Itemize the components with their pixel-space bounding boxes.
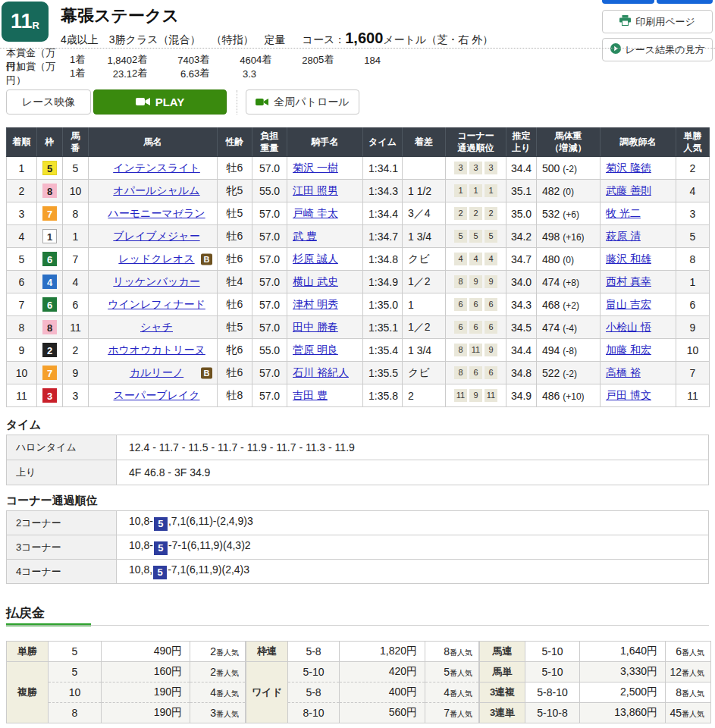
horse-name-link[interactable]: オパールシャルム	[113, 184, 199, 196]
corner-position: 4	[454, 253, 467, 265]
prize-value: 3.3	[217, 68, 256, 80]
payout-favorite-rank: 2番人気	[190, 642, 246, 662]
jockey-name-link[interactable]: 石川 裕紀人	[293, 366, 349, 378]
jockey-cell: 武 豊	[287, 225, 363, 248]
payout-favorite-rank: 2番人気	[190, 662, 246, 682]
corner-position: 6	[485, 366, 497, 379]
horse-name-link[interactable]: シャチ	[140, 321, 173, 333]
horse-name-link[interactable]: ハーモニーマゼラン	[108, 207, 205, 219]
horse-name-link[interactable]: ホウオウカトリーヌ	[108, 344, 205, 356]
horse-name-link[interactable]: ウインレフィナード	[108, 298, 205, 310]
jockey-name-link[interactable]: 横山 武史	[293, 275, 338, 287]
corner-order-value: 10,8,5-7,1(6,11,9)(2,4)3	[117, 560, 709, 584]
winner-highlight: 5	[154, 517, 168, 531]
payout-combination: 5-10	[525, 642, 580, 662]
carried-weight: 57.0	[252, 316, 287, 339]
trainer-name-link[interactable]: 畠山 吉宏	[606, 298, 651, 310]
corner-position: 6	[485, 298, 497, 311]
trainer-name-link[interactable]: 加藤 和宏	[606, 344, 651, 356]
horse-name-link[interactable]: スーパーブレイク	[114, 389, 200, 401]
top-nav-button-partial-1[interactable]	[602, 0, 654, 4]
prize-value: 1,840	[93, 55, 132, 66]
win-favorite-rank: 8	[676, 248, 710, 271]
carried-weight: 57.0	[252, 362, 287, 384]
sex-age: 牡5	[218, 316, 252, 339]
last-3f-time: 34.9	[506, 384, 537, 407]
finish-position: 10	[7, 362, 37, 384]
body-weight-diff: (+10)	[563, 391, 584, 402]
race-video-label: レース映像	[22, 96, 76, 109]
horse-name-link[interactable]: レッドクレオス	[118, 253, 194, 265]
play-button[interactable]: PLAY	[93, 89, 227, 115]
prize-row-label: 付加賞（万円）	[6, 60, 70, 87]
favorite-suffix: 番人気	[682, 648, 704, 657]
margin: 1／2	[403, 316, 446, 339]
corner-position: 5	[485, 230, 497, 243]
horse-name-link[interactable]: カルリーノ	[130, 366, 183, 378]
top-nav-button-partial-2[interactable]	[657, 0, 713, 4]
trainer-name-link[interactable]: 藤沢 和雄	[606, 253, 651, 265]
corner-order-value: 10,8-5-7-1(6,11,9)(4,3)2	[117, 535, 709, 560]
jockey-name-link[interactable]: 武 豊	[293, 230, 317, 242]
horse-name-link[interactable]: ブレイブメジャー	[113, 230, 199, 242]
trainer-name-link[interactable]: 戸田 博文	[606, 389, 651, 401]
jockey-name-link[interactable]: 田中 勝春	[293, 321, 338, 333]
jockey-name-link[interactable]: 吉田 豊	[293, 389, 328, 401]
frame-number-badge: 7	[42, 366, 57, 380]
frame-cell: 4	[37, 271, 63, 293]
trainer-cell: 武藤 善則	[601, 180, 676, 202]
trainer-name-link[interactable]: 西村 真幸	[606, 275, 651, 287]
jockey-name-link[interactable]: 菅原 明良	[293, 344, 338, 356]
print-page-button[interactable]: 印刷用ページ	[602, 10, 713, 33]
trainer-name-link[interactable]: 牧 光二	[606, 207, 641, 219]
trainer-name-link[interactable]: 菊沢 隆徳	[606, 162, 651, 174]
corner-position: 6	[485, 321, 497, 334]
trainer-name-link[interactable]: 武藤 善則	[606, 184, 651, 196]
bet-type-label: 3連複	[480, 682, 525, 703]
body-weight: 474	[542, 322, 563, 334]
corner-order-pre: 10,8-	[129, 539, 153, 551]
frame-number-badge: 6	[42, 297, 57, 312]
horse-name-link[interactable]: インテンスライト	[113, 162, 200, 174]
corner-position: 5	[454, 230, 467, 243]
jockey-name-link[interactable]: 杉原 誠人	[293, 253, 338, 265]
frame-cell: 6	[37, 248, 63, 271]
payout-amount: 3,330円	[580, 662, 666, 682]
win-favorite-rank: 11	[676, 384, 710, 407]
horse-name-link[interactable]: リッケンバッカー	[113, 275, 199, 287]
trainer-cell: 高橋 裕	[601, 362, 676, 384]
jockey-cell: 菊沢 一樹	[287, 157, 363, 180]
winner-highlight: 5	[154, 541, 168, 555]
jockey-cell: 杉原 誠人	[287, 248, 363, 271]
race-video-button[interactable]: レース映像	[6, 89, 91, 115]
payout-combination: 8-10	[288, 703, 340, 723]
body-weight: 532	[542, 208, 563, 220]
corner-position: 2	[469, 207, 482, 220]
patrol-video-button[interactable]: 全周パトロール	[246, 89, 359, 115]
jockey-cell: 横山 武史	[287, 271, 363, 293]
margin: 2	[403, 384, 446, 407]
payout-combination: 5-10-8	[525, 703, 580, 723]
margin: 1 1/2	[403, 180, 446, 202]
corner-positions: 333	[446, 162, 506, 174]
payout-row: 複勝5160円2番人気	[7, 662, 246, 682]
trainer-name-link[interactable]: 高橋 裕	[606, 366, 641, 378]
jockey-name-link[interactable]: 戸崎 圭太	[293, 207, 338, 219]
result-guide-button[interactable]: レース結果の見方	[602, 38, 713, 61]
trainer-name-link[interactable]: 小桧山 悟	[606, 321, 651, 333]
jockey-name-link[interactable]: 津村 明秀	[293, 298, 338, 310]
win-favorite-rank: 6	[676, 293, 710, 316]
finish-time: 1:35.4	[363, 339, 403, 362]
winner-highlight: 5	[153, 566, 167, 579]
jockey-name-link[interactable]: 江田 照男	[293, 184, 338, 196]
result-row: 1133スーパーブレイク牡857.0吉田 豊1:35.821191134.948…	[7, 384, 710, 407]
jockey-cell: 戸崎 圭太	[287, 202, 363, 225]
horse-name-cell: ウインレフィナード	[89, 293, 218, 316]
trainer-name-link[interactable]: 萩原 清	[606, 230, 641, 242]
payout-amount: 420円	[340, 662, 425, 682]
race-conditions: 4歳以上 3勝クラス（混合） （特指） 定量コース：1,600メートル（芝・右 …	[61, 30, 493, 47]
win-favorite-rank: 4	[676, 180, 710, 202]
jockey-name-link[interactable]: 菊沢 一樹	[293, 162, 338, 174]
favorite-suffix: 番人気	[216, 669, 239, 677]
column-header: 着順	[7, 128, 37, 157]
